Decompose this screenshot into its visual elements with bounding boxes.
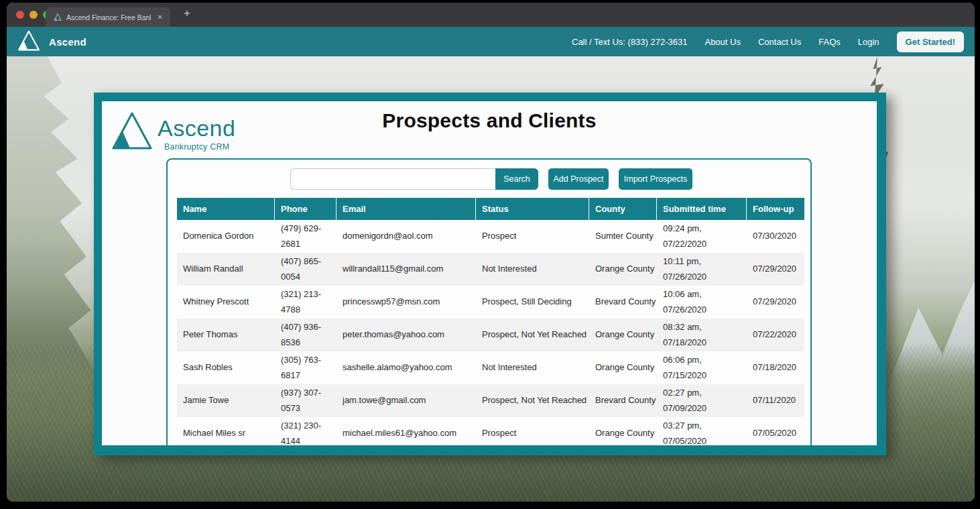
cell-submitted: 10:11 pm, 07/26/2020 [657,253,747,286]
cell-county: Brevard County [589,384,657,417]
cell-submitted: 08:32 am, 07/18/2020 [657,319,747,351]
cell-email: domenigordn@aol.com [336,220,476,253]
table-row[interactable]: Sash Robles (305) 763-6817 sashelle.alam… [177,351,804,384]
crm-modal: Ascend Bankruptcy CRM Prospects and Clie… [94,93,886,455]
cell-phone: (937) 307-0573 [275,384,336,417]
cell-email: princesswp57@msn.com [336,286,476,319]
close-window-button[interactable] [16,11,24,19]
cell-name: William Randall [177,253,275,286]
cell-phone: (305) 763-6817 [275,351,336,384]
cell-email: peter.thomas@yahoo.com [336,319,476,351]
cell-phone: (321) 213-4788 [275,286,336,319]
column-header: Follow-up [747,198,804,220]
toolbar: Search Add Prospect Import Prospects [168,160,810,197]
table-row[interactable]: Michael Miles sr (321) 230-4144 michael.… [177,417,804,445]
cell-name: Jamie Towe [177,384,275,417]
import-prospects-button[interactable]: Import Prospects [619,168,692,190]
cell-county: Orange County [589,319,657,351]
cell-status: Not Interested [476,351,589,384]
cell-county: Orange County [589,253,657,286]
cell-phone: (407) 865-0054 [275,253,336,286]
browser-window: Ascend Finance: Free Bankrupt ✕ + Ascend… [7,3,975,502]
tab-close-icon[interactable]: ✕ [156,13,165,21]
cell-status: Prospect, Still Deciding [476,286,589,319]
nav-link[interactable]: Call / Text Us: (833) 272-3631 [572,37,687,47]
minimize-window-button[interactable] [29,11,38,19]
cell-county: Brevard County [589,286,657,319]
column-header: Phone [275,198,336,220]
new-tab-button[interactable]: + [178,5,196,21]
browser-chrome: Ascend Finance: Free Bankrupt ✕ + [7,3,975,27]
cell-status: Prospect [476,220,589,253]
table-row[interactable]: Whitney Prescott (321) 213-4788 princess… [177,286,804,319]
cell-submitted: 09:24 pm, 07/22/2020 [657,220,747,253]
nav-links: Call / Text Us: (833) 272-3631About UsCo… [572,32,964,52]
cell-submitted: 10:06 am, 07/26/2020 [657,286,747,319]
table-row[interactable]: Peter Thomas (407) 936-8536 peter.thomas… [177,319,804,351]
column-header: Submitted time [657,198,747,220]
column-header: Name [177,198,275,220]
cell-followup: 07/30/2020 [747,220,804,253]
cell-followup: 07/29/2020 [747,253,804,286]
nav-link[interactable]: Login [858,37,879,47]
search-button[interactable]: Search [495,168,538,190]
nav-link[interactable]: About Us [705,37,740,47]
cell-followup: 07/05/2020 [747,417,804,445]
cell-name: Domenica Gordon [177,220,275,253]
cell-phone: (479) 629-2681 [275,220,336,253]
cell-status: Not Interested [476,253,589,286]
column-header: Email [336,198,476,220]
nav-link[interactable]: Contact Us [758,37,801,47]
cell-followup: 07/22/2020 [747,319,804,351]
nav-link-list: Call / Text Us: (833) 272-3631About UsCo… [572,37,879,47]
brand[interactable]: Ascend [17,30,86,54]
cell-phone: (321) 230-4144 [275,417,336,445]
cell-county: Orange County [589,351,657,384]
search-input[interactable] [290,168,495,190]
cell-email: jam.towe@gmail.com [336,384,476,417]
cell-name: Sash Robles [177,351,275,384]
get-started-button[interactable]: Get Started! [897,32,964,52]
cell-name: Whitney Prescott [177,286,275,319]
column-header: Status [476,198,589,220]
site-navbar: Ascend Call / Text Us: (833) 272-3631Abo… [7,27,975,56]
cell-status: Prospect, Not Yet Reached [476,384,589,417]
cell-email: sashelle.alamo@yahoo.com [336,351,476,384]
cell-name: Michael Miles sr [177,417,275,445]
cell-county: Orange County [589,417,657,445]
table-body: Domenica Gordon (479) 629-2681 domenigor… [177,220,804,445]
prospects-table: NamePhoneEmailStatusCountySubmitted time… [177,198,804,445]
page-title: Prospects and Clients [102,109,877,132]
tab-favicon-icon [54,13,62,21]
crm-logo-subtitle: Bankruptcy CRM [164,142,235,152]
crm-modal-content: Ascend Bankruptcy CRM Prospects and Clie… [102,101,877,445]
ascend-logo-icon [17,30,40,54]
prospects-panel: Search Add Prospect Import Prospects Nam… [166,158,812,445]
cell-email: michael.miles61@yahoo.com [336,417,476,445]
cell-submitted: 06:06 pm, 07/15/2020 [657,351,747,384]
cell-status: Prospect, Not Yet Reached [476,319,589,351]
table-row[interactable]: Jamie Towe (937) 307-0573 jam.towe@gmail… [177,384,804,417]
cell-followup: 07/18/2020 [747,351,804,384]
add-prospect-button[interactable]: Add Prospect [548,168,609,190]
cell-submitted: 03:27 pm, 07/05/2020 [657,417,747,445]
brand-name: Ascend [49,36,86,48]
cell-followup: 07/29/2020 [747,286,804,319]
table-header: NamePhoneEmailStatusCountySubmitted time… [177,198,804,220]
browser-tab[interactable]: Ascend Finance: Free Bankrupt ✕ [46,7,170,27]
cell-county: Sumter County [589,220,657,253]
cell-submitted: 02:27 pm, 07/09/2020 [657,384,747,417]
cell-name: Peter Thomas [177,319,275,351]
nav-link[interactable]: FAQs [818,37,841,47]
cell-email: willrandall115@gmail.com [336,253,476,286]
table-row[interactable]: Domenica Gordon (479) 629-2681 domenigor… [177,220,804,253]
cell-status: Prospect [476,417,589,445]
tab-title: Ascend Finance: Free Bankrupt [66,13,151,21]
cell-phone: (407) 936-8536 [275,319,336,351]
column-header: County [589,198,657,220]
table-row[interactable]: William Randall (407) 865-0054 willranda… [177,253,804,286]
cell-followup: 07/11/2020 [747,384,804,417]
